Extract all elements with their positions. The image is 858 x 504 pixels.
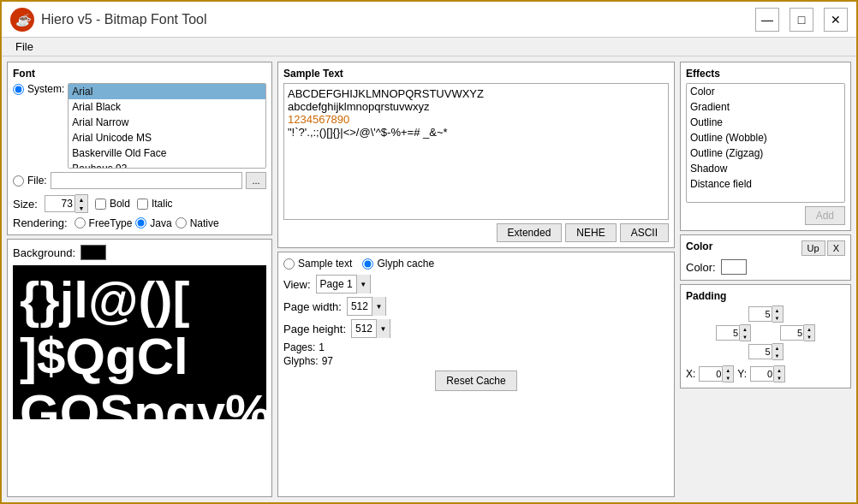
xy-row: X: ▲ ▼ Y: ▲ ▼ [686,365,845,382]
size-down-button[interactable]: ▼ [75,204,87,212]
color-panel: Color Up X Color: [680,234,851,281]
color-row: Color: [686,259,845,275]
padding-bottom-arrows: ▲ ▼ [772,343,784,360]
sample-text-radio-label: Sample text [283,258,352,270]
italic-checkbox[interactable] [137,199,148,210]
effects-list[interactable]: Color Gradient Outline Outline (Wobble) … [686,83,845,203]
title-bar: ☕ Hiero v5 - Bitmap Font Tool — □ ✕ [2,2,856,38]
padding-right-up[interactable]: ▲ [804,325,814,333]
bold-checkbox[interactable] [95,199,106,210]
system-radio-label: System: [13,83,64,95]
glyph-cache-radio-label: Glyph cache [362,258,434,270]
rendering-label: Rendering: [13,216,68,229]
sample-line4: "!`?'.,:;()[]{}|<>/@\'^$-%+=# _&~* [288,126,664,139]
window-controls: — □ ✕ [755,8,848,32]
x-down[interactable]: ▼ [723,374,733,382]
color-panel-label: Color [686,240,712,252]
native-radio-label: Native [176,217,219,229]
main-content: Font System: Arial Arial Black Arial Nar… [2,56,856,502]
padding-left-arrows: ▲ ▼ [740,324,751,341]
background-color-box[interactable] [80,245,106,260]
color-swatch[interactable] [721,259,747,275]
reset-cache-button[interactable]: Reset Cache [435,371,516,391]
padding-right-input[interactable] [780,325,804,341]
sample-line1: ABCDEFGHIJKLMNOPQRSTUVWXYZ [288,87,664,100]
effects-label: Effects [686,68,845,80]
close-button[interactable]: ✕ [824,8,848,32]
left-panel: Font System: Arial Arial Black Arial Nar… [7,62,272,497]
view-dropdown-arrow[interactable]: ▼ [356,275,370,294]
padding-grid: ▲ ▼ ▲ ▼ [686,305,845,360]
padding-bottom-input[interactable] [748,344,772,359]
system-label: System: [27,83,64,95]
glyph-cache-radio[interactable] [362,258,373,270]
padding-bottom-down[interactable]: ▼ [772,352,783,359]
browse-button[interactable]: ... [246,172,266,189]
maximize-button[interactable]: □ [789,8,813,32]
page-height-arrow[interactable]: ▼ [376,319,390,338]
size-label: Size: [13,198,38,210]
page-width-arrow[interactable]: ▼ [372,297,385,316]
view-label: View: [283,278,311,291]
font-preview: {}jl@()[ ]$QgCl GOSpqy%&Jb Udf36890?Ali [13,265,266,419]
native-radio[interactable] [176,217,187,228]
y-input[interactable] [750,366,774,382]
sample-line2: abcdefghijklmnopqrstuvwxyz [288,100,664,113]
padding-top-up[interactable]: ▲ [772,306,783,314]
ascii-button[interactable]: ASCII [620,223,669,242]
padding-top-input[interactable] [748,306,772,322]
nehe-button[interactable]: NEHE [565,223,616,242]
padding-right-down[interactable]: ▼ [804,333,814,341]
font-list-container: Arial Arial Black Arial Narrow Arial Uni… [68,83,266,169]
file-input[interactable] [51,172,242,189]
padding-bottom-up[interactable]: ▲ [772,344,783,352]
y-up[interactable]: ▲ [774,366,784,374]
extended-button[interactable]: Extended [497,223,563,242]
preview-line2: GOSpqy%&Jb [20,385,259,419]
add-effect-button[interactable]: Add [805,206,845,225]
background-label: Background: [13,246,75,259]
window-title: Hiero v5 - Bitmap Font Tool [41,12,755,27]
remove-button[interactable]: X [827,240,845,256]
minimize-button[interactable]: — [755,8,779,32]
bold-label: Bold [95,198,130,210]
freetype-radio[interactable] [74,217,86,228]
java-radio-label: Java [135,217,171,229]
system-font-row: System: Arial Arial Black Arial Narrow A… [13,83,266,169]
middle-panel: Sample Text ABCDEFGHIJKLMNOPQRSTUVWXYZ a… [277,62,675,497]
preview-line1: {}jl@()[ ]$QgCl [20,272,259,385]
java-radio[interactable] [135,217,146,228]
effects-panel: Effects Color Gradient Outline Outline (… [680,62,851,231]
sample-buttons: Extended NEHE ASCII [283,223,669,242]
view-select[interactable]: Page 1 ▼ [316,275,371,294]
padding-label: Padding [686,290,845,302]
x-arrows: ▲ ▼ [723,365,734,382]
padding-middle-row: ▲ ▼ ▲ ▼ [716,324,815,341]
font-list[interactable]: Arial Arial Black Arial Narrow Arial Uni… [68,83,266,169]
size-up-button[interactable]: ▲ [75,195,87,204]
padding-left-down[interactable]: ▼ [740,333,750,341]
size-input[interactable] [45,195,75,212]
right-panel: Effects Color Gradient Outline Outline (… [680,62,851,497]
pages-value: 1 [319,341,325,353]
y-down[interactable]: ▼ [774,374,784,382]
file-menu[interactable]: File [9,39,40,55]
page-width-select[interactable]: 512 ▼ [347,297,386,316]
x-input[interactable] [699,366,723,382]
freetype-radio-label: FreeType [74,217,133,229]
sample-text-panel: Sample Text ABCDEFGHIJKLMNOPQRSTUVWXYZ a… [277,62,675,248]
sample-text-radio[interactable] [283,258,295,270]
up-button[interactable]: Up [801,240,825,256]
padding-top-down[interactable]: ▼ [772,314,783,322]
page-height-select[interactable]: 512 ▼ [351,319,390,338]
font-panel-label: Font [13,68,266,80]
x-up[interactable]: ▲ [723,366,733,374]
pages-row: Pages: 1 [283,341,669,353]
pages-label: Pages: [283,341,315,353]
page-width-value: 512 [348,300,372,312]
padding-left-spinner: ▲ ▼ [716,324,751,341]
system-radio[interactable] [13,84,24,95]
file-radio[interactable] [13,175,24,187]
padding-left-input[interactable] [716,325,740,341]
padding-left-up[interactable]: ▲ [740,325,750,333]
